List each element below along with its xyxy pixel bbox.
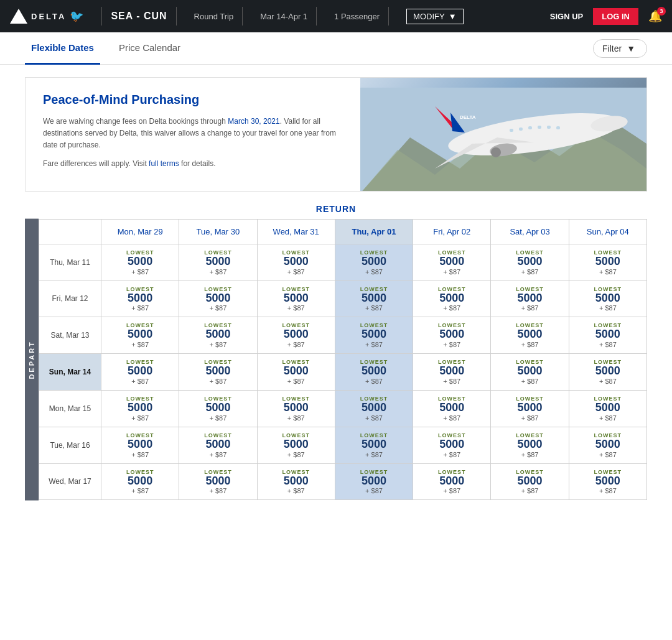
- header-divider-1: [101, 7, 102, 26]
- filter-button[interactable]: Filter ▼: [593, 39, 647, 58]
- calendar-price-cell[interactable]: LOWEST 5000 + $87: [569, 244, 646, 281]
- notification-button[interactable]: 🔔 3: [648, 9, 662, 23]
- calendar-price-cell[interactable]: LOWEST 5000 + $87: [179, 427, 257, 463]
- calendar-price-cell[interactable]: LOWEST 5000 + $87: [335, 427, 413, 463]
- calendar-price-cell[interactable]: LOWEST 5000 + $87: [257, 317, 335, 354]
- cell-points-value: 5000: [182, 438, 254, 451]
- calendar-row-label: Sat, Mar 13: [39, 317, 101, 354]
- cell-cash-value: + $87: [260, 341, 332, 348]
- cell-points-value: 5000: [416, 438, 488, 451]
- cell-points-value: 5000: [260, 402, 332, 414]
- calendar-price-cell[interactable]: LOWEST 5000 + $87: [413, 354, 491, 391]
- cell-points-value: 5000: [493, 256, 566, 268]
- cell-cash-value: + $87: [493, 451, 566, 458]
- tab-flexible-dates[interactable]: Flexible Dates: [25, 32, 100, 65]
- calendar-price-cell[interactable]: LOWEST 5000 + $87: [491, 281, 569, 317]
- calendar-price-cell[interactable]: LOWEST 5000 + $87: [413, 281, 491, 317]
- calendar-price-cell[interactable]: LOWEST 5000 + $87: [569, 390, 646, 427]
- cell-cash-value: + $87: [260, 378, 332, 385]
- calendar-price-cell[interactable]: LOWEST 5000 + $87: [491, 354, 569, 391]
- calendar-price-cell[interactable]: LOWEST 5000 + $87: [101, 390, 179, 427]
- cell-points-value: 5000: [572, 328, 644, 341]
- cell-cash-value: + $87: [260, 304, 332, 312]
- calendar-price-cell[interactable]: LOWEST 5000 + $87: [335, 390, 413, 427]
- cell-cash-value: + $87: [260, 451, 332, 458]
- calendar-price-cell[interactable]: LOWEST 5000 + $87: [101, 281, 179, 317]
- calendar-price-cell[interactable]: LOWEST 5000 + $87: [335, 354, 413, 391]
- cell-cash-value: + $87: [338, 304, 410, 312]
- banner-text-area: Peace-of-Mind Purchasing We are waiving …: [26, 78, 360, 191]
- full-terms-link[interactable]: full terms: [149, 159, 179, 168]
- calendar-price-cell[interactable]: LOWEST 5000 + $87: [569, 317, 646, 354]
- calendar-price-cell[interactable]: LOWEST 5000 + $87: [491, 390, 569, 427]
- calendar-price-cell[interactable]: LOWEST 5000 + $87: [413, 390, 491, 427]
- calendar-price-cell[interactable]: LOWEST 5000 + $87: [491, 317, 569, 354]
- calendar-price-cell[interactable]: LOWEST 5000 + $87: [413, 317, 491, 354]
- signup-button[interactable]: SIGN UP: [550, 12, 583, 21]
- calendar-price-cell[interactable]: LOWEST 5000 + $87: [179, 317, 257, 354]
- calendar-price-cell[interactable]: LOWEST 5000 + $87: [491, 244, 569, 281]
- login-button[interactable]: LOG IN: [593, 8, 638, 25]
- cell-points-value: 5000: [572, 292, 644, 305]
- calendar-col-header: Tue, Mar 30: [179, 219, 257, 244]
- calendar-price-cell[interactable]: LOWEST 5000 + $87: [569, 427, 646, 463]
- calendar-price-cell[interactable]: LOWEST 5000 + $87: [257, 427, 335, 463]
- calendar-price-cell[interactable]: LOWEST 5000 + $87: [257, 390, 335, 427]
- calendar-price-cell[interactable]: LOWEST 5000 + $87: [179, 463, 257, 500]
- banner-date-link[interactable]: March 30, 2021: [228, 117, 279, 126]
- cell-points-value: 5000: [572, 402, 644, 414]
- cell-points-value: 5000: [104, 402, 176, 414]
- cell-cash-value: + $87: [104, 378, 176, 385]
- cell-points-value: 5000: [260, 365, 332, 378]
- calendar-price-cell[interactable]: LOWEST 5000 + $87: [413, 244, 491, 281]
- cell-cash-value: + $87: [493, 341, 566, 348]
- cell-cash-value: + $87: [260, 414, 332, 422]
- cell-points-value: 5000: [493, 402, 566, 414]
- calendar-price-cell[interactable]: LOWEST 5000 + $87: [569, 281, 646, 317]
- calendar-price-cell[interactable]: LOWEST 5000 + $87: [101, 244, 179, 281]
- cell-cash-value: + $87: [416, 268, 488, 276]
- calendar-price-cell[interactable]: LOWEST 5000 + $87: [569, 354, 646, 391]
- svg-text:DELTA: DELTA: [460, 114, 476, 120]
- calendar-price-cell[interactable]: LOWEST 5000 + $87: [569, 463, 646, 500]
- calendar-price-cell[interactable]: LOWEST 5000 + $87: [335, 281, 413, 317]
- calendar-col-header: Sun, Apr 04: [569, 219, 646, 244]
- modify-button[interactable]: MODIFY ▼: [406, 9, 463, 24]
- calendar-price-cell[interactable]: LOWEST 5000 + $87: [257, 463, 335, 500]
- calendar-col-header: Mon, Mar 29: [101, 219, 179, 244]
- calendar-price-cell[interactable]: LOWEST 5000 + $87: [257, 244, 335, 281]
- calendar-price-cell[interactable]: LOWEST 5000 + $87: [335, 317, 413, 354]
- cell-cash-value: + $87: [182, 451, 254, 458]
- route-display: SEA - CUN: [111, 11, 167, 22]
- calendar-row-label: Tue, Mar 16: [39, 427, 101, 463]
- calendar-price-cell[interactable]: LOWEST 5000 + $87: [257, 354, 335, 391]
- calendar-price-cell[interactable]: LOWEST 5000 + $87: [101, 427, 179, 463]
- calendar-price-cell[interactable]: LOWEST 5000 + $87: [179, 354, 257, 391]
- cell-cash-value: + $87: [572, 304, 644, 312]
- calendar-price-cell[interactable]: LOWEST 5000 + $87: [179, 281, 257, 317]
- cell-points-value: 5000: [493, 328, 566, 341]
- calendar-price-cell[interactable]: LOWEST 5000 + $87: [491, 463, 569, 500]
- calendar-price-cell[interactable]: LOWEST 5000 + $87: [413, 463, 491, 500]
- calendar-price-cell[interactable]: LOWEST 5000 + $87: [335, 463, 413, 500]
- calendar-price-cell[interactable]: LOWEST 5000 + $87: [101, 317, 179, 354]
- tab-price-calendar[interactable]: Price Calendar: [113, 32, 187, 65]
- cell-points-value: 5000: [416, 365, 488, 378]
- calendar-price-cell[interactable]: LOWEST 5000 + $87: [101, 354, 179, 391]
- svg-rect-10: [528, 126, 532, 129]
- calendar-col-header: Sat, Apr 03: [491, 219, 569, 244]
- cell-points-value: 5000: [493, 365, 566, 378]
- cell-points-value: 5000: [182, 365, 254, 378]
- calendar-price-cell[interactable]: LOWEST 5000 + $87: [179, 244, 257, 281]
- header-divider-5: [388, 7, 389, 26]
- cell-points-value: 5000: [493, 292, 566, 305]
- calendar-price-cell[interactable]: LOWEST 5000 + $87: [491, 427, 569, 463]
- passenger-count: 1 Passenger: [334, 12, 380, 21]
- calendar-price-cell[interactable]: LOWEST 5000 + $87: [335, 244, 413, 281]
- calendar-price-cell[interactable]: LOWEST 5000 + $87: [179, 390, 257, 427]
- modify-label: MODIFY: [413, 12, 445, 21]
- cell-cash-value: + $87: [493, 487, 566, 494]
- calendar-price-cell[interactable]: LOWEST 5000 + $87: [413, 427, 491, 463]
- calendar-price-cell[interactable]: LOWEST 5000 + $87: [101, 463, 179, 500]
- calendar-price-cell[interactable]: LOWEST 5000 + $87: [257, 281, 335, 317]
